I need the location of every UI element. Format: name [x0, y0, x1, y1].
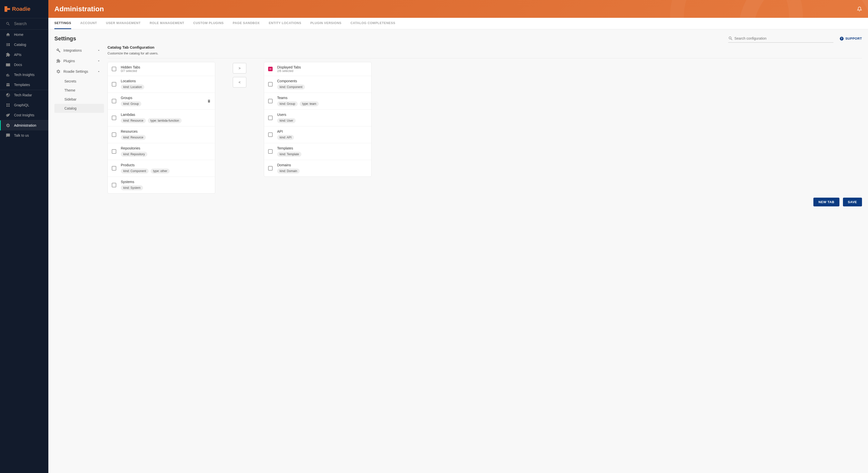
sidebar-item-administration[interactable]: Administration [0, 120, 49, 130]
radar-icon [5, 92, 10, 97]
sidebar-item-docs[interactable]: Docs [0, 60, 49, 70]
row-checkbox[interactable] [268, 82, 273, 87]
sidebar-item-graphiql[interactable]: GraphiQL [0, 100, 49, 110]
catalog-config-panel: Catalog Tab Configuration Customize the … [107, 45, 862, 206]
list-item: Componentskind: Component [264, 76, 371, 93]
catalog-config-title: Catalog Tab Configuration [107, 45, 862, 50]
row-checkbox[interactable] [112, 116, 116, 120]
settings-nav-sub-secrets[interactable]: Secrets [54, 77, 104, 86]
chip: type: lambda-function [148, 118, 182, 123]
row-checkbox[interactable] [268, 132, 273, 137]
notifications-bell-icon[interactable] [857, 6, 862, 11]
search-label: Search [14, 22, 27, 26]
tab-page-sandbox[interactable]: Page Sandbox [233, 18, 260, 29]
row-checkbox[interactable] [268, 149, 273, 154]
list-item: Domainskind: Domain [264, 160, 371, 177]
graphql-icon [5, 102, 10, 108]
support-link[interactable]: ? SUPPORT [839, 36, 862, 41]
sidebar-item-templates[interactable]: Templates [0, 80, 49, 90]
home-icon [5, 32, 10, 37]
tab-role-management[interactable]: Role Management [150, 18, 184, 29]
chevron-icon [97, 49, 100, 52]
row-checkbox[interactable] [268, 99, 273, 103]
settings-nav-sub-sidebar[interactable]: Sidebar [54, 95, 104, 104]
settings-nav-sub-theme[interactable]: Theme [54, 86, 104, 95]
list-item: APIkind: API [264, 126, 371, 143]
select-all-checkbox[interactable] [268, 67, 273, 71]
select-all-checkbox[interactable] [112, 67, 116, 71]
chat-icon [5, 133, 10, 138]
list-item: Teamskind: Grouptype: team [264, 93, 371, 110]
tab-settings[interactable]: Settings [54, 18, 71, 29]
row-checkbox[interactable] [112, 149, 116, 154]
content: Settings ? SUPPORT IntegrationsPluginsRo… [49, 29, 868, 473]
settings-nav: IntegrationsPluginsRoadie SettingsSecret… [54, 45, 104, 206]
listbox-header: Hidden Tabs0/7 selected [108, 62, 215, 76]
save-button[interactable]: SAVE [843, 198, 862, 206]
listbox-header: Displayed Tabs2/6 selected [264, 62, 371, 76]
footer-buttons: NEW TAB SAVE [107, 198, 862, 206]
sidebar: Roadie Search HomeCatalogAPIsDocsTech In… [0, 0, 49, 473]
settings-nav-plugins[interactable]: Plugins [54, 56, 104, 66]
chip: kind: Resource [121, 118, 146, 123]
chevron-icon [97, 70, 100, 73]
gear-icon [5, 123, 10, 128]
hidden-tabs-listbox: Hidden Tabs0/7 selectedLocationskind: Lo… [107, 62, 215, 194]
tab-catalog-completeness[interactable]: Catalog Completeness [350, 18, 395, 29]
page-title: Administration [54, 5, 104, 13]
list-item: Groupskind: Group [108, 93, 215, 110]
search-icon [728, 36, 733, 41]
list-item: Repositorieskind: Repository [108, 143, 215, 160]
sidebar-item-cost-insights[interactable]: Cost Insights [0, 110, 49, 120]
search-icon [5, 21, 10, 26]
new-tab-button[interactable]: NEW TAB [813, 198, 839, 206]
row-checkbox[interactable] [268, 116, 273, 120]
row-checkbox[interactable] [112, 99, 116, 103]
settings-nav-sub-catalog[interactable]: Catalog [54, 104, 104, 113]
tab-user-management[interactable]: User Management [106, 18, 141, 29]
row-checkbox[interactable] [112, 132, 116, 137]
chip: kind: Domain [277, 169, 300, 174]
config-search[interactable] [728, 34, 833, 42]
svg-text:?: ? [841, 37, 842, 40]
tab-entity-locations[interactable]: Entity Locations [269, 18, 301, 29]
insights-icon [5, 72, 10, 77]
sidebar-item-apis[interactable]: APIs [0, 50, 49, 60]
trash-icon[interactable] [207, 99, 211, 103]
chip: kind: System [121, 185, 143, 190]
app-logo[interactable]: Roadie [0, 0, 49, 18]
list-item: Templateskind: Template [264, 143, 371, 160]
sidebar-item-home[interactable]: Home [0, 30, 49, 40]
list-item: Productskind: Componenttype: other [108, 160, 215, 177]
sidebar-item-catalog[interactable]: Catalog [0, 40, 49, 50]
settings-nav-integrations[interactable]: Integrations [54, 45, 104, 56]
sidebar-search[interactable]: Search [0, 18, 49, 29]
sidebar-item-tech-radar[interactable]: Tech Radar [0, 90, 49, 100]
tab-plugin-versions[interactable]: Plugin Versions [310, 18, 341, 29]
displayed-tabs-listbox: Displayed Tabs2/6 selectedComponentskind… [264, 62, 372, 177]
row-checkbox[interactable] [112, 183, 116, 187]
tab-custom-plugins[interactable]: Custom Plugins [193, 18, 223, 29]
chip: type: other [151, 169, 170, 174]
move-right-button[interactable]: > [233, 63, 246, 73]
chip: kind: Component [277, 85, 305, 90]
sidebar-item-talk-to-us[interactable]: Talk to us [0, 130, 49, 141]
sidebar-item-tech-insights[interactable]: Tech Insights [0, 70, 49, 80]
chip: kind: Component [121, 169, 149, 174]
list-item: Systemskind: System [108, 177, 215, 194]
app-name: Roadie [12, 6, 30, 12]
tab-account[interactable]: Account [80, 18, 97, 29]
template-icon [5, 82, 10, 87]
chip: kind: Location [121, 85, 144, 90]
chip: kind: Template [277, 152, 302, 157]
page-header: Administration [49, 0, 868, 18]
row-checkbox[interactable] [112, 82, 116, 87]
row-checkbox[interactable] [268, 166, 273, 171]
move-left-button[interactable]: < [233, 77, 246, 88]
chip: kind: Group [121, 101, 141, 106]
config-search-input[interactable] [733, 34, 833, 42]
leaf-icon [5, 113, 10, 118]
gear-icon [56, 69, 61, 74]
settings-nav-roadie-settings[interactable]: Roadie Settings [54, 66, 104, 77]
row-checkbox[interactable] [112, 166, 116, 171]
